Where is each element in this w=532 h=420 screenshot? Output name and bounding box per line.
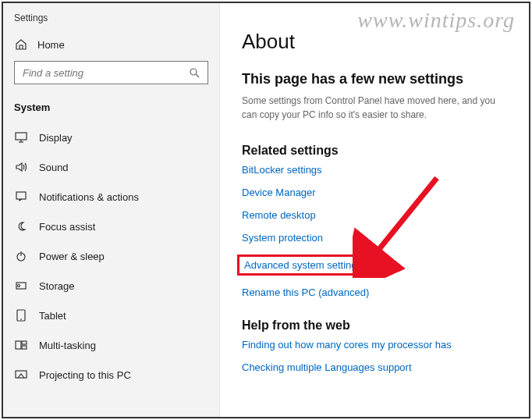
svg-rect-13 [22,341,27,344]
focus-icon [14,219,28,233]
sound-icon [14,160,28,174]
svg-rect-12 [16,341,21,349]
app-title: Settings [3,9,219,31]
svg-point-9 [18,285,20,287]
sidebar-item-power[interactable]: Power & sleep [3,241,219,271]
help-link[interactable]: Finding out how many cores my processor … [242,339,507,351]
page-title: About [242,30,507,54]
content-pane: About This page has a few new settings S… [220,3,529,417]
sidebar-item-label: Sound [39,162,69,173]
power-icon [14,249,28,263]
projecting-icon [14,368,28,382]
highlight-box: Advanced system settings [237,254,369,276]
help-link[interactable]: Checking multiple Languages support [242,361,507,373]
sidebar-item-label: Display [39,132,73,144]
nav-list: DisplaySoundNotifications & actionsFocus… [3,123,219,390]
sidebar: Settings Home System DisplaySound [3,3,220,417]
sidebar-item-notifications[interactable]: Notifications & actions [3,182,219,212]
help-heading: Help from the web [242,319,507,333]
sidebar-item-focus[interactable]: Focus assist [3,212,219,241]
help-links-list: Finding out how many cores my processor … [242,339,507,373]
new-settings-description: Some settings from Control Panel have mo… [242,94,507,122]
sidebar-item-label: Focus assist [39,221,95,233]
svg-rect-5 [16,192,26,199]
sidebar-item-home[interactable]: Home [3,31,219,61]
sidebar-item-label: Multi-tasking [39,340,96,351]
svg-point-0 [190,69,197,75]
related-link[interactable]: System protection [242,232,507,244]
search-box[interactable] [14,61,208,84]
sidebar-item-label: Notifications & actions [39,191,139,203]
related-link[interactable]: Device Manager [242,187,507,198]
related-link[interactable]: Rename this PC (advanced) [242,287,507,298]
home-icon [14,37,28,52]
sidebar-item-display[interactable]: Display [3,123,219,152]
search-input[interactable] [21,66,187,80]
related-link[interactable]: Advanced system settings [244,259,362,271]
sidebar-item-storage[interactable]: Storage [3,271,219,301]
sidebar-item-label: Power & sleep [39,251,105,262]
new-settings-heading: This page has a few new settings [242,71,507,87]
svg-rect-2 [16,133,27,140]
sidebar-item-label: Projecting to this PC [39,369,131,381]
sidebar-item-projecting[interactable]: Projecting to this PC [3,360,219,390]
sidebar-item-label: Storage [39,280,75,292]
notifications-icon [14,190,28,204]
tablet-icon [14,308,28,322]
home-label: Home [37,39,65,51]
related-links-list: BitLocker settingsDevice ManagerRemote d… [242,164,507,298]
search-icon [187,66,201,80]
storage-icon [14,279,28,293]
display-icon [14,130,28,144]
svg-rect-14 [22,346,27,349]
sidebar-item-label: Tablet [39,310,66,322]
category-header: System [3,97,219,123]
sidebar-item-multitask[interactable]: Multi-tasking [3,330,219,360]
related-settings-heading: Related settings [242,144,507,158]
svg-line-1 [196,74,199,77]
related-link[interactable]: BitLocker settings [242,164,507,176]
multitask-icon [14,338,28,352]
sidebar-item-tablet[interactable]: Tablet [3,301,219,330]
sidebar-item-sound[interactable]: Sound [3,152,219,182]
related-link[interactable]: Remote desktop [242,209,507,221]
